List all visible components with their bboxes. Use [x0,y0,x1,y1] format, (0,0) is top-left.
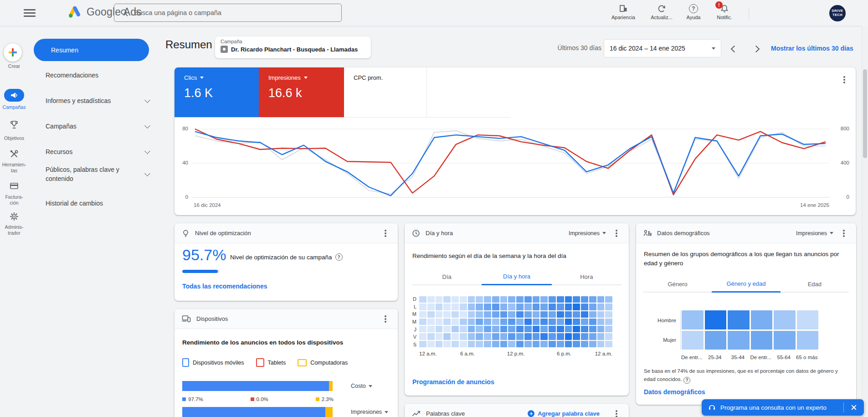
heatmap-cell[interactable] [524,326,532,332]
heatmap-cell[interactable] [460,296,467,303]
keywords-kebab-menu[interactable] [611,409,621,417]
heatmap-cell[interactable] [484,311,491,318]
heatmap-cell[interactable] [508,311,515,318]
heatmap-cell[interactable] [427,319,435,325]
tab-dia-y-hora[interactable]: Día y hora [482,269,551,285]
prev-period-button[interactable] [728,43,740,55]
metric-empty-slot[interactable] [426,67,511,118]
heatmap-cell[interactable] [533,304,540,310]
heatmap-cell[interactable] [452,304,459,310]
heatmap-cell[interactable] [492,304,499,310]
heatmap-cell[interactable] [557,296,564,303]
nav-item-campanas[interactable]: Campañas [46,123,149,130]
heatmap-cell[interactable] [605,319,612,325]
heatmap-cell[interactable] [549,296,556,303]
heatmap-cell[interactable] [589,341,596,347]
heatmap-cell[interactable] [605,304,612,310]
heatmap-cell[interactable] [476,319,483,325]
heatmap-cell[interactable] [597,326,605,332]
heatmap-cell[interactable] [508,304,515,310]
date-range-select[interactable]: 16 dic 2024 – 14 ene 2025 [604,39,721,57]
heatmap-cell[interactable] [605,333,612,340]
heatmap-cell[interactable] [533,341,540,347]
heatmap-cell[interactable] [419,341,426,347]
heatmap-cell[interactable] [468,311,475,318]
notifications-button[interactable]: ! Notific. [707,4,742,20]
heatmap-cell[interactable] [452,311,459,318]
heatmap-cell[interactable] [468,319,475,325]
heatmap-cell[interactable] [557,311,564,318]
heatmap-cell[interactable] [516,304,524,310]
heatmap-cell[interactable] [682,310,704,329]
heatmap-cell[interactable] [549,326,556,332]
rail-item-campaigns[interactable] [4,89,24,102]
heatmap-cell[interactable] [557,304,564,310]
day-hour-kebab-menu[interactable] [611,228,621,238]
vertical-scrollbar[interactable] [862,26,868,417]
heatmap-cell[interactable] [508,333,515,340]
heatmap-cell[interactable] [516,311,524,318]
heatmap-cell[interactable] [508,326,515,332]
heatmap-cell[interactable] [524,304,532,310]
heatmap-cell[interactable] [476,296,483,303]
heatmap-cell[interactable] [597,319,605,325]
nav-item-publicos[interactable]: Públicos, palabras clave y contenido [46,165,149,184]
heatmap-cell[interactable] [589,311,596,318]
heatmap-cell[interactable] [597,333,605,340]
heatmap-cell[interactable] [605,311,612,318]
heatmap-cell[interactable] [468,326,475,332]
day-hour-metric-select[interactable]: Impresiones [569,230,606,237]
heatmap-cell[interactable] [427,311,435,318]
heatmap-cell[interactable] [419,319,426,325]
heatmap-cell[interactable] [443,333,451,340]
heatmap-cell[interactable] [597,304,605,310]
heatmap-cell[interactable] [751,331,773,350]
heatmap-cell[interactable] [597,311,605,318]
heatmap-cell[interactable] [605,296,612,303]
heatmap-cell[interactable] [460,319,467,325]
heatmap-cell[interactable] [484,319,491,325]
heatmap-cell[interactable] [705,331,727,350]
account-avatar[interactable]: DRIVE TECH [829,5,846,21]
metric-clics[interactable]: Clics 1.6 K [175,67,259,118]
help-circle-icon[interactable]: ? [683,377,690,384]
heatmap-cell[interactable] [508,341,515,347]
heatmap-cell[interactable] [419,311,426,318]
heatmap-cell[interactable] [573,311,580,318]
heatmap-cell[interactable] [705,310,727,329]
all-recommendations-link[interactable]: Todas las recomendaciones [182,283,267,290]
heatmap-cell[interactable] [427,341,435,347]
heatmap-cell[interactable] [516,296,524,303]
heatmap-cell[interactable] [452,319,459,325]
demographics-metric-select[interactable]: Impresiones [796,230,833,237]
heatmap-cell[interactable] [557,341,564,347]
heatmap-cell[interactable] [605,341,612,347]
appearance-button[interactable]: Apariencia [606,4,641,20]
tab-genero-y-edad[interactable]: Género y edad [712,276,780,293]
heatmap-cell[interactable] [516,319,524,325]
heatmap-cell[interactable] [565,319,572,325]
heatmap-cell[interactable] [557,319,564,325]
heatmap-cell[interactable] [557,333,564,340]
nav-item-historial[interactable]: Historial de cambios [46,200,149,207]
expert-consult-banner[interactable]: Programa una consulta con un experto [702,399,864,416]
impressions-metric-select[interactable]: Impresiones [351,409,388,415]
heatmap-cell[interactable] [460,311,467,318]
cost-metric-select[interactable]: Costo [351,383,372,389]
rail-item-tools[interactable] [0,149,28,159]
menu-icon[interactable] [24,9,36,17]
help-button[interactable]: ? Ayuda [676,4,711,20]
heatmap-cell[interactable] [468,333,475,340]
nav-item-resumen[interactable]: Resumen [34,39,149,61]
heatmap-cell[interactable] [419,296,426,303]
demographics-link[interactable]: Datos demográficos [644,388,705,396]
heatmap-cell[interactable] [452,333,459,340]
heatmap-cell[interactable] [589,304,596,310]
heatmap-cell[interactable] [468,304,475,310]
heatmap-cell[interactable] [524,333,532,340]
heatmap-cell[interactable] [565,304,572,310]
nav-item-recomendaciones[interactable]: Recomendaciones [46,72,149,79]
heatmap-cell[interactable] [476,304,483,310]
heatmap-cell[interactable] [751,310,773,329]
heatmap-cell[interactable] [524,341,532,347]
